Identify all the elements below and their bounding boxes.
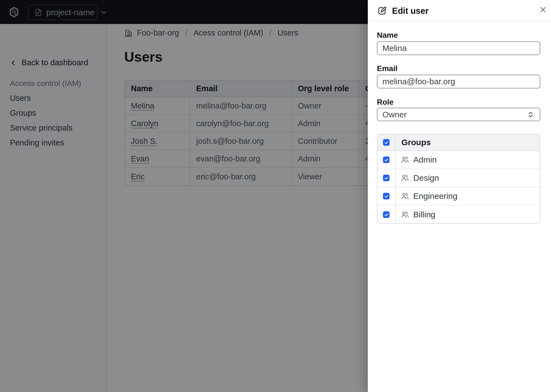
groups-panel: Groups Admin [377, 134, 540, 224]
checkbox-column [377, 169, 396, 187]
group-checkbox-admin[interactable] [383, 156, 390, 163]
group-row-billing: Billing [377, 206, 540, 224]
role-select[interactable]: Owner [377, 108, 540, 121]
group-checkbox-engineering[interactable] [383, 193, 390, 199]
checkbox-column [377, 206, 396, 224]
groups-panel-header: Groups [377, 134, 540, 151]
user-group-icon [401, 192, 409, 200]
group-row-engineering: Engineering [377, 187, 540, 206]
checkbox-column [377, 187, 396, 205]
email-field-label: Email [377, 64, 398, 73]
role-field-label: Role [377, 98, 394, 107]
drawer-title: Edit user [392, 6, 429, 16]
select-stepper-icon [526, 110, 535, 119]
edit-icon [377, 6, 387, 16]
group-label: Admin [413, 155, 437, 164]
groups-panel-title: Groups [401, 138, 431, 147]
checkbox-column [377, 134, 396, 150]
role-select-value: Owner [382, 110, 526, 119]
name-input[interactable] [377, 41, 540, 55]
drawer-header: Edit user [368, 0, 551, 21]
group-label: Design [413, 173, 439, 183]
edit-user-drawer: Edit user Name Email Role Owner [368, 0, 551, 392]
name-field-label: Name [377, 31, 398, 40]
group-label: Engineering [413, 191, 457, 201]
user-group-icon [401, 210, 409, 219]
group-row-admin: Admin [377, 151, 540, 169]
app-window: project-name Back to dashboard Access co… [0, 0, 551, 392]
select-all-groups-checkbox[interactable] [383, 139, 390, 146]
email-input[interactable] [377, 75, 540, 88]
group-checkbox-billing[interactable] [383, 211, 390, 218]
group-checkbox-design[interactable] [383, 175, 390, 181]
user-group-icon [401, 156, 409, 164]
group-row-design: Design [377, 169, 540, 187]
close-icon[interactable] [538, 5, 548, 15]
user-group-icon [401, 174, 409, 182]
checkbox-column [377, 151, 396, 169]
modal-backdrop[interactable] [0, 0, 368, 392]
group-label: Billing [413, 210, 435, 219]
